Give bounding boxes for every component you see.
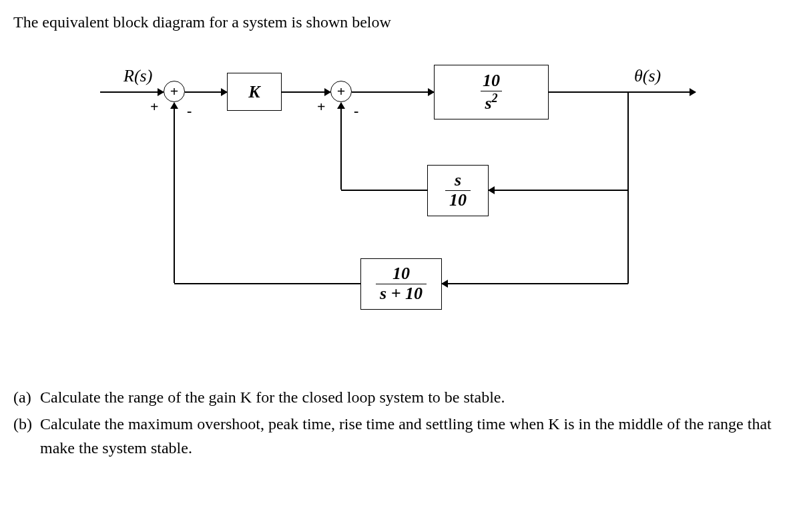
wire bbox=[489, 190, 628, 191]
output-label: θ(s) bbox=[634, 66, 661, 86]
wire bbox=[340, 103, 342, 190]
wire bbox=[549, 91, 696, 93]
sum2-minus: - bbox=[354, 102, 358, 119]
plant-block: 10 s2 bbox=[434, 65, 549, 119]
sum1-minus: - bbox=[187, 102, 192, 119]
outer-fb-numerator: 10 bbox=[388, 264, 414, 284]
plant-denominator: s2 bbox=[481, 91, 501, 113]
wire bbox=[185, 91, 227, 93]
question-b-label: (b) bbox=[13, 412, 40, 460]
summing-junction-1: + bbox=[164, 81, 185, 102]
questions: (a) Calculate the range of the gain K fo… bbox=[13, 385, 788, 460]
wire bbox=[627, 91, 629, 190]
question-b-text: Calculate the maximum overshoot, peak ti… bbox=[40, 412, 788, 460]
block-diagram: R(s) θ(s) + + - K + + - 10 s2 s 10 bbox=[93, 65, 761, 352]
outer-feedback-block: 10 s + 10 bbox=[360, 258, 442, 310]
inner-fb-numerator: s bbox=[451, 171, 465, 190]
summing-junction-2: + bbox=[330, 81, 352, 102]
wire bbox=[174, 103, 175, 283]
wire bbox=[627, 190, 629, 284]
inner-feedback-block: s 10 bbox=[427, 165, 489, 216]
input-label: R(s) bbox=[123, 66, 152, 86]
wire bbox=[341, 190, 427, 191]
sum2-plus: + bbox=[317, 98, 326, 115]
gain-block-k: K bbox=[227, 73, 282, 111]
inner-fb-denominator: 10 bbox=[445, 190, 471, 210]
plant-numerator: 10 bbox=[479, 71, 504, 91]
wire bbox=[174, 283, 360, 284]
wire bbox=[442, 283, 628, 284]
wire bbox=[282, 91, 330, 93]
wire bbox=[100, 91, 164, 93]
wire bbox=[352, 91, 434, 93]
outer-fb-denominator: s + 10 bbox=[376, 284, 427, 304]
problem-title: The equivalent block diagram for a syste… bbox=[13, 13, 788, 31]
question-a-label: (a) bbox=[13, 385, 40, 409]
question-a-text: Calculate the range of the gain K for th… bbox=[40, 385, 788, 409]
sum1-plus: + bbox=[150, 98, 159, 115]
